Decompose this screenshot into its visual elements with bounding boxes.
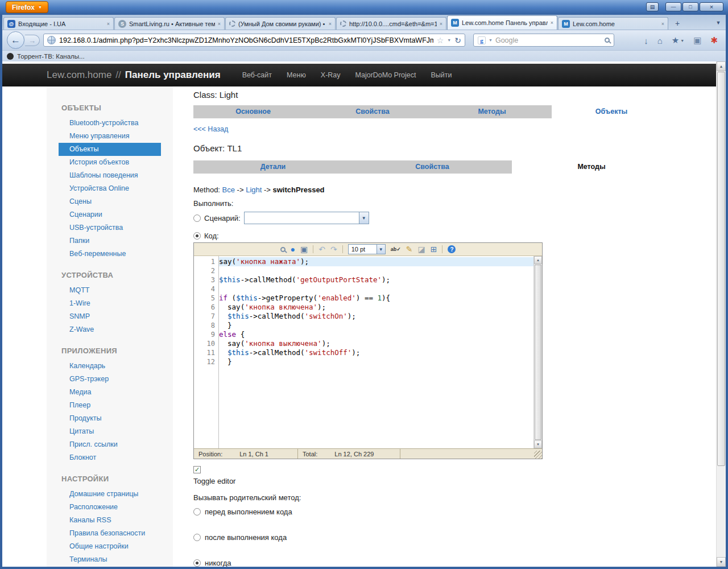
header-link[interactable]: MajorDoMo Project bbox=[355, 71, 416, 79]
sidebar-item[interactable]: Медиа bbox=[47, 386, 173, 399]
content-tab[interactable]: Свойства bbox=[353, 160, 512, 174]
sidebar-item[interactable]: Объекты bbox=[59, 143, 161, 156]
sidebar-item[interactable]: Блокнот bbox=[47, 451, 173, 464]
code-line[interactable]: else { bbox=[219, 330, 533, 339]
maximize-button[interactable]: □ bbox=[682, 2, 698, 11]
content-tab[interactable]: Свойства bbox=[313, 105, 432, 118]
sidebar-item[interactable]: Правила безопасности bbox=[47, 527, 173, 540]
fullscreen-icon[interactable]: ▣ bbox=[300, 245, 308, 253]
highlighter-icon[interactable]: ✎ bbox=[406, 245, 413, 253]
back-link[interactable]: <<< Назад bbox=[193, 125, 233, 133]
minimize-button[interactable]: — bbox=[665, 2, 681, 11]
sidebar-item[interactable]: Сцены bbox=[47, 195, 173, 208]
sidebar-item[interactable]: Присл. ссылки bbox=[47, 438, 173, 451]
code-line[interactable]: if ($this->getProperty('enabled') == 1){ bbox=[219, 294, 533, 303]
header-link[interactable]: Выйти bbox=[431, 71, 452, 79]
search-icon[interactable] bbox=[605, 38, 610, 43]
close-button[interactable]: × bbox=[700, 2, 723, 11]
content-tab[interactable]: Объекты bbox=[552, 105, 671, 118]
method-filter-link[interactable]: Все bbox=[222, 185, 235, 194]
list-all-tabs-button[interactable]: ▼ bbox=[713, 17, 723, 28]
sidebar-item[interactable]: Z-Wave bbox=[47, 323, 173, 336]
radio-unselected-icon[interactable] bbox=[193, 508, 201, 516]
sidebar-item[interactable]: Плеер bbox=[47, 399, 173, 412]
code-line[interactable]: say('кнопка выключена'); bbox=[219, 339, 533, 348]
code-line[interactable] bbox=[219, 266, 533, 275]
sidebar-item[interactable]: Веб-переменные bbox=[47, 248, 173, 261]
sidebar-item[interactable]: Продукты bbox=[47, 412, 173, 425]
browser-tab[interactable]: SSmartLiving.ru • Активные темы× bbox=[114, 17, 225, 30]
browser-tab[interactable]: (Умный Дом своими руками) • ...× bbox=[225, 17, 336, 30]
code-line[interactable]: say('кнопка включена'); bbox=[219, 303, 533, 312]
browser-tab[interactable]: MLew.com.home× bbox=[558, 17, 668, 30]
scenario-radio[interactable] bbox=[193, 215, 201, 222]
tab-close-icon[interactable]: × bbox=[551, 20, 553, 26]
code-line[interactable] bbox=[219, 284, 533, 294]
editor-scrollbar[interactable]: ▲ ▼ bbox=[533, 256, 542, 448]
browser-tab[interactable]: @Входящие - I.UA× bbox=[3, 17, 114, 30]
code-line[interactable]: } bbox=[219, 357, 533, 366]
sidebar-item[interactable]: MQTT bbox=[47, 284, 173, 297]
url-bar[interactable]: 192.168.0.1/admin.php?pd=Y2xhc3NlczpwZD1… bbox=[43, 34, 465, 47]
code-line[interactable]: $this->callMethod('switchOff'); bbox=[219, 348, 533, 357]
radio-selected-icon[interactable] bbox=[193, 559, 201, 567]
scroll-up-icon[interactable]: ▲ bbox=[534, 256, 542, 264]
bookmarks-menu-icon[interactable]: ★▼ bbox=[672, 35, 684, 46]
search-bar[interactable]: g ▼ Google bbox=[473, 34, 614, 47]
globe-icon[interactable]: ● bbox=[291, 245, 295, 253]
forward-button[interactable]: → bbox=[25, 35, 40, 46]
sidebar-item[interactable]: Календарь bbox=[47, 360, 173, 373]
undo-icon[interactable]: ↶ bbox=[318, 245, 325, 253]
bookmark-item[interactable]: Торрент-ТВ: Каналы... bbox=[7, 53, 85, 60]
search-provider-caret-icon[interactable]: ▼ bbox=[489, 38, 493, 42]
sidebar-item[interactable]: Сценарии bbox=[47, 208, 173, 221]
code-line[interactable]: $this->callMethod('getOutputPortState'); bbox=[219, 275, 533, 284]
help-icon[interactable]: ? bbox=[448, 245, 456, 253]
combo-arrow-icon[interactable]: ▼ bbox=[359, 212, 369, 224]
toggle-editor-checkbox[interactable]: ✓ bbox=[193, 466, 201, 473]
content-tab[interactable]: Основное bbox=[193, 105, 313, 118]
page-scrollbar-thumb[interactable] bbox=[717, 72, 725, 466]
sidebar-item[interactable]: 1-Wire bbox=[47, 297, 173, 310]
browser-tab[interactable]: MLew.com.home Панель управл...× bbox=[447, 15, 557, 30]
sidebar-item[interactable]: Папки bbox=[47, 234, 173, 248]
firefox-menu-button[interactable]: Firefox ▼ bbox=[6, 1, 48, 13]
url-text[interactable]: 192.168.0.1/admin.php?pd=Y2xhc3NlczpwZD1… bbox=[59, 36, 433, 44]
sidebar-item[interactable]: Устройства Online bbox=[47, 182, 173, 195]
code-line[interactable]: $this->callMethod('switchOn'); bbox=[219, 312, 533, 321]
sidebar-item[interactable]: SNMP bbox=[47, 310, 173, 323]
content-tab[interactable]: Методы bbox=[512, 160, 671, 174]
header-link[interactable]: Веб-сайт bbox=[242, 71, 272, 79]
sidebar-item[interactable]: Домашние страницы bbox=[47, 488, 173, 501]
redo-icon[interactable]: ↷ bbox=[330, 245, 337, 253]
scroll-up-icon[interactable]: ▲ bbox=[717, 61, 726, 71]
editor-code[interactable]: say('кнопка нажата');$this->callMethod('… bbox=[219, 256, 533, 448]
titlebar-extra-button[interactable]: ▤ bbox=[646, 2, 659, 11]
sidebar-item[interactable]: Цитаты bbox=[47, 425, 173, 438]
find-icon[interactable] bbox=[280, 247, 286, 252]
url-dropdown-icon[interactable]: ▼ bbox=[447, 38, 451, 42]
back-button[interactable]: ← bbox=[7, 31, 24, 49]
sidebar-item[interactable]: Каналы RSS bbox=[47, 514, 173, 527]
sidebar-item[interactable]: Общие настройки bbox=[47, 540, 173, 553]
sidebar-item[interactable]: USB-устройства bbox=[47, 221, 173, 234]
tab-close-icon[interactable]: × bbox=[329, 21, 332, 27]
sidebar-item[interactable]: Терминалы bbox=[47, 553, 173, 566]
scroll-down-icon[interactable]: ▼ bbox=[717, 557, 726, 567]
tab-close-icon[interactable]: × bbox=[440, 21, 442, 27]
reload-icon[interactable]: ↻ bbox=[454, 36, 461, 45]
resize-grip-icon[interactable] bbox=[534, 451, 542, 459]
bookmark-star-icon[interactable]: ☆ bbox=[437, 36, 444, 45]
scroll-down-icon[interactable]: ▼ bbox=[534, 440, 542, 448]
content-tab[interactable]: Методы bbox=[432, 105, 552, 118]
site-identity-icon[interactable] bbox=[47, 36, 56, 44]
page-scrollbar[interactable]: ▲ ▼ bbox=[716, 61, 726, 567]
code-radio[interactable] bbox=[193, 232, 201, 240]
sidebar-item[interactable]: Меню управления bbox=[47, 130, 173, 143]
table-icon[interactable]: ⊞ bbox=[431, 245, 437, 253]
code-editor[interactable]: ●▣↶↷10 pt▼ab✓✎◪⊞? 123456789101112 say('к… bbox=[193, 242, 543, 459]
sidebar-item[interactable]: Bluetooth-устройства bbox=[47, 117, 173, 130]
sidebar-item[interactable]: Расположение bbox=[47, 501, 173, 514]
windows-icon[interactable]: ▣ bbox=[693, 35, 701, 46]
spellcheck-icon[interactable]: ab✓ bbox=[391, 247, 401, 252]
